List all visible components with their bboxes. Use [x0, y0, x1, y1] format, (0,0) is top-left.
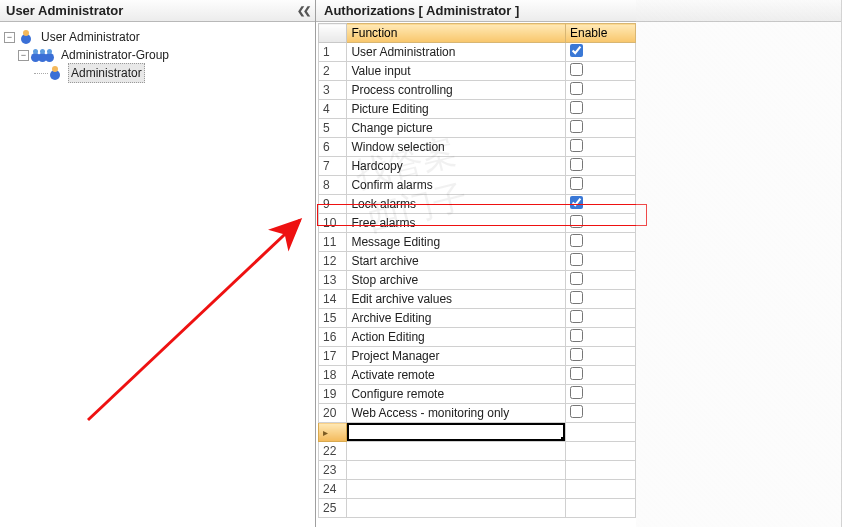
- row-number[interactable]: 18: [319, 366, 347, 385]
- enable-cell[interactable]: [566, 81, 636, 100]
- function-cell[interactable]: [347, 480, 566, 499]
- enable-cell[interactable]: [566, 43, 636, 62]
- row-number[interactable]: 13: [319, 271, 347, 290]
- table-row[interactable]: 16Action Editing: [319, 328, 636, 347]
- enable-checkbox[interactable]: [570, 272, 583, 285]
- table-row[interactable]: 4Picture Editing: [319, 100, 636, 119]
- function-cell[interactable]: Hardcopy: [347, 157, 566, 176]
- enable-cell[interactable]: [566, 252, 636, 271]
- row-number[interactable]: 1: [319, 43, 347, 62]
- function-cell[interactable]: Confirm alarms: [347, 176, 566, 195]
- tree-group-row[interactable]: − Administrator-Group: [4, 46, 311, 64]
- enable-cell[interactable]: [566, 290, 636, 309]
- row-number[interactable]: 16: [319, 328, 347, 347]
- tree-root-row[interactable]: − User Administrator: [4, 28, 311, 46]
- function-cell[interactable]: Lock alarms: [347, 195, 566, 214]
- expand-icon[interactable]: −: [4, 32, 15, 43]
- table-row[interactable]: 23: [319, 461, 636, 480]
- enable-cell[interactable]: [566, 347, 636, 366]
- function-cell[interactable]: Archive Editing: [347, 309, 566, 328]
- enable-checkbox[interactable]: [570, 215, 583, 228]
- function-cell[interactable]: User Administration: [347, 43, 566, 62]
- enable-checkbox[interactable]: [570, 234, 583, 247]
- function-cell[interactable]: Action Editing: [347, 328, 566, 347]
- table-row[interactable]: 24: [319, 480, 636, 499]
- table-row[interactable]: [319, 423, 636, 442]
- row-number[interactable]: 25: [319, 499, 347, 518]
- enable-cell[interactable]: [566, 366, 636, 385]
- enable-cell[interactable]: [566, 309, 636, 328]
- enable-cell[interactable]: [566, 100, 636, 119]
- enable-cell[interactable]: [566, 195, 636, 214]
- enable-checkbox[interactable]: [570, 139, 583, 152]
- row-number[interactable]: 14: [319, 290, 347, 309]
- function-cell[interactable]: [347, 442, 566, 461]
- row-number[interactable]: 15: [319, 309, 347, 328]
- row-number[interactable]: 7: [319, 157, 347, 176]
- row-number[interactable]: 12: [319, 252, 347, 271]
- row-number[interactable]: 19: [319, 385, 347, 404]
- table-row[interactable]: 18Activate remote: [319, 366, 636, 385]
- enable-checkbox[interactable]: [570, 291, 583, 304]
- row-number[interactable]: 22: [319, 442, 347, 461]
- function-cell[interactable]: Message Editing: [347, 233, 566, 252]
- enable-cell[interactable]: [566, 138, 636, 157]
- enable-checkbox[interactable]: [570, 82, 583, 95]
- enable-checkbox[interactable]: [570, 348, 583, 361]
- table-row[interactable]: 19Configure remote: [319, 385, 636, 404]
- enable-cell[interactable]: [566, 404, 636, 423]
- function-cell[interactable]: Window selection: [347, 138, 566, 157]
- enable-cell[interactable]: [566, 119, 636, 138]
- table-row[interactable]: 8Confirm alarms: [319, 176, 636, 195]
- table-row[interactable]: 17Project Manager: [319, 347, 636, 366]
- table-row[interactable]: 9Lock alarms: [319, 195, 636, 214]
- table-row[interactable]: 10Free alarms: [319, 214, 636, 233]
- function-cell[interactable]: Activate remote: [347, 366, 566, 385]
- enable-checkbox[interactable]: [570, 63, 583, 76]
- enable-cell[interactable]: [566, 328, 636, 347]
- row-number[interactable]: 24: [319, 480, 347, 499]
- table-row[interactable]: 5Change picture: [319, 119, 636, 138]
- row-number[interactable]: 6: [319, 138, 347, 157]
- col-enable[interactable]: Enable: [566, 24, 636, 43]
- expand-icon[interactable]: −: [18, 50, 29, 61]
- enable-checkbox[interactable]: [570, 253, 583, 266]
- enable-cell[interactable]: [566, 423, 636, 442]
- enable-checkbox[interactable]: [570, 386, 583, 399]
- row-number[interactable]: [319, 423, 347, 442]
- enable-checkbox[interactable]: [570, 177, 583, 190]
- enable-checkbox[interactable]: [570, 101, 583, 114]
- row-number[interactable]: 3: [319, 81, 347, 100]
- enable-cell[interactable]: [566, 385, 636, 404]
- enable-checkbox[interactable]: [570, 158, 583, 171]
- enable-checkbox[interactable]: [570, 367, 583, 380]
- enable-checkbox[interactable]: [570, 329, 583, 342]
- table-row[interactable]: 1User Administration: [319, 43, 636, 62]
- table-row[interactable]: 22: [319, 442, 636, 461]
- row-number[interactable]: 5: [319, 119, 347, 138]
- table-row[interactable]: 2Value input: [319, 62, 636, 81]
- function-cell[interactable]: Process controlling: [347, 81, 566, 100]
- grid-corner[interactable]: [319, 24, 347, 43]
- table-row[interactable]: 12Start archive: [319, 252, 636, 271]
- table-row[interactable]: 11Message Editing: [319, 233, 636, 252]
- function-cell[interactable]: Start archive: [347, 252, 566, 271]
- row-number[interactable]: 11: [319, 233, 347, 252]
- function-cell[interactable]: Value input: [347, 62, 566, 81]
- enable-checkbox[interactable]: [570, 405, 583, 418]
- function-cell[interactable]: Change picture: [347, 119, 566, 138]
- table-row[interactable]: 7Hardcopy: [319, 157, 636, 176]
- enable-cell[interactable]: [566, 214, 636, 233]
- row-number[interactable]: 8: [319, 176, 347, 195]
- function-cell[interactable]: Web Access - monitoring only: [347, 404, 566, 423]
- function-cell-edit[interactable]: [347, 423, 566, 442]
- enable-checkbox[interactable]: [570, 196, 583, 209]
- table-row[interactable]: 13Stop archive: [319, 271, 636, 290]
- row-number[interactable]: 17: [319, 347, 347, 366]
- row-number[interactable]: 9: [319, 195, 347, 214]
- row-number[interactable]: 20: [319, 404, 347, 423]
- table-row[interactable]: 3Process controlling: [319, 81, 636, 100]
- function-cell[interactable]: [347, 499, 566, 518]
- enable-cell[interactable]: [566, 271, 636, 290]
- enable-cell[interactable]: [566, 461, 636, 480]
